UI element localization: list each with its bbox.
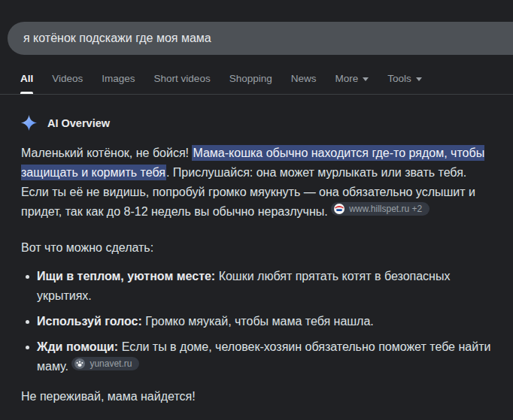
- ai-overview-header: AI Overview: [20, 114, 513, 131]
- tab-label: Images: [102, 73, 135, 84]
- tab-more[interactable]: More: [335, 73, 369, 94]
- yunavet-favicon: [74, 358, 85, 369]
- tab-label: News: [291, 73, 317, 84]
- tab-label: Videos: [52, 73, 83, 84]
- bullet-bold-label: Жди помощи:: [37, 340, 118, 353]
- tab-videos[interactable]: Videos: [52, 73, 83, 94]
- hillspet-favicon: [334, 204, 345, 214]
- ai-outro-text: Не переживай, мама найдется!: [21, 387, 492, 406]
- tab-label: More: [335, 73, 358, 84]
- tab-label: Tools: [387, 73, 411, 84]
- sparkle-icon: [20, 114, 38, 131]
- list-item: Жди помощи: Если ты в доме, человек-хозя…: [24, 337, 492, 376]
- tab-tools[interactable]: Tools: [387, 73, 422, 94]
- bullet-bold-label: Ищи в теплом, уютном месте:: [37, 270, 215, 283]
- tab-label: Shopping: [229, 73, 272, 84]
- chevron-down-icon: [363, 77, 369, 81]
- search-bar[interactable]: я котёнок подскажи где моя мама: [8, 22, 513, 55]
- bullet-text: Громко мяукай, чтобы мама тебя нашла.: [142, 315, 374, 328]
- citation-chip-yunavet[interactable]: yunavet.ru: [71, 357, 139, 370]
- ai-bullet-list: Ищи в теплом, уютном месте: Кошки любят …: [21, 267, 492, 376]
- list-item: Ищи в теплом, уютном месте: Кошки любят …: [24, 267, 492, 306]
- search-query[interactable]: я котёнок подскажи где моя мама: [23, 32, 211, 45]
- results-tabs: All Videos Images Short videos Shopping …: [0, 55, 513, 95]
- ai-overview-title: AI Overview: [47, 117, 110, 129]
- tab-shopping[interactable]: Shopping: [229, 73, 272, 94]
- tab-short-videos[interactable]: Short videos: [154, 73, 211, 94]
- bullet-bold-label: Используй голос:: [37, 315, 142, 328]
- ai-overview-content: Маленький котёнок, не бойся! Мама-кошка …: [21, 144, 492, 406]
- citation-label: yunavet.ru: [90, 358, 132, 369]
- chevron-down-icon: [416, 77, 422, 81]
- paragraph-text: Маленький котёнок, не бойся!: [21, 147, 192, 159]
- tab-images[interactable]: Images: [102, 73, 135, 94]
- tab-all[interactable]: All: [20, 73, 33, 94]
- citation-label: www.hillspet.ru +2: [349, 204, 422, 214]
- citation-chip-hillspet[interactable]: www.hillspet.ru +2: [331, 202, 430, 216]
- ai-intro-text: Вот что можно сделать:: [21, 238, 492, 258]
- tab-news[interactable]: News: [291, 73, 317, 94]
- list-item: Используй голос: Громко мяукай, чтобы ма…: [24, 312, 492, 331]
- ai-paragraph: Маленький котёнок, не бойся! Мама-кошка …: [21, 144, 492, 222]
- tab-label: All: [20, 73, 33, 84]
- tab-label: Short videos: [154, 73, 211, 84]
